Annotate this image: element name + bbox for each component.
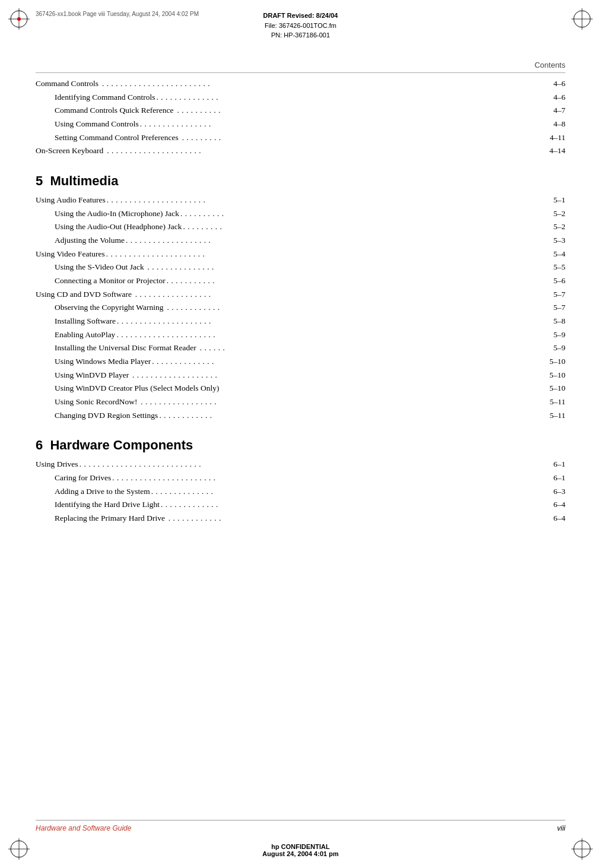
- toc-entry-cd-dvd-sw: Using CD and DVD Software . . . . . . . …: [36, 288, 565, 302]
- page: 367426-xx1.book Page viii Tuesday, Augus…: [0, 0, 601, 868]
- section-label: Contents: [535, 61, 565, 69]
- draft-header: DRAFT Revised: 8/24/04 File: 367426-001T…: [263, 11, 338, 40]
- toc-entry-hd-light: Identifying the Hard Drive Light . . . .…: [36, 498, 565, 512]
- footer-right: viii: [557, 824, 565, 832]
- toc-entry-replace-hd: Replacing the Primary Hard Drive . . . .…: [36, 512, 565, 525]
- toc-entry-copyright-warning: Observing the Copyright Warning . . . . …: [36, 301, 565, 315]
- svg-point-3: [17, 17, 21, 21]
- toc-group-3: Using Drives . . . . . . . . . . . . . .…: [36, 458, 565, 525]
- toc-entry-svideo-jack: Using the S-Video Out Jack . . . . . . .…: [36, 261, 565, 274]
- chapter-6-number: 6: [36, 438, 43, 452]
- toc-entry-adding-drive: Adding a Drive to the System . . . . . .…: [36, 485, 565, 499]
- chapter-5-number: 5: [36, 173, 43, 188]
- toc-entry-audio-out-jack: Using the Audio-Out (Headphone) Jack . .…: [36, 220, 565, 234]
- toc-entry-setting-cmd-pref: Setting Command Control Preferences . . …: [36, 131, 565, 145]
- footer: Hardware and Software Guide viii: [36, 820, 565, 832]
- toc-entry-dvd-region: Changing DVD Region Settings . . . . . .…: [36, 409, 565, 423]
- chapter-5-heading: 5 Multimedia: [36, 173, 565, 189]
- toc-entry-onscreen-kbd: On-Screen Keyboard . . . . . . . . . . .…: [36, 144, 565, 158]
- toc-entry-monitor-projector: Connecting a Monitor or Projector . . . …: [36, 274, 565, 288]
- draft-line: DRAFT Revised: 8/24/04: [263, 11, 338, 21]
- toc-entry-using-cmd: Using Command Controls . . . . . . . . .…: [36, 118, 565, 131]
- toc-entry-using-drives: Using Drives . . . . . . . . . . . . . .…: [36, 458, 565, 471]
- footer-confidential: hp CONFIDENTIAL: [262, 843, 338, 850]
- toc-entry-audio-features: Using Audio Features . . . . . . . . . .…: [36, 194, 565, 207]
- toc-entry-cmd-quick-ref: Command Controls Quick Reference . . . .…: [36, 104, 565, 118]
- toc-container: Command Controls . . . . . . . . . . . .…: [36, 77, 565, 525]
- pn-line: PN: HP-367186-001: [263, 30, 338, 40]
- toc-entry-windvd-player: Using WinDVD Player . . . . . . . . . . …: [36, 369, 565, 382]
- toc-entry-udf-reader: Installing the Universal Disc Format Rea…: [36, 341, 565, 355]
- toc-entry-command-controls: Command Controls . . . . . . . . . . . .…: [36, 77, 565, 91]
- corner-mark-tl: [8, 8, 30, 30]
- toc-entry-audio-in-jack: Using the Audio-In (Microphone) Jack . .…: [36, 207, 565, 221]
- file-line: File: 367426-001TOC.fm: [263, 21, 338, 31]
- toc-entry-identifying-cmd: Identifying Command Controls . . . . . .…: [36, 91, 565, 104]
- corner-mark-tr: [571, 8, 593, 30]
- footer-center: hp CONFIDENTIAL August 24, 2004 4:01 pm: [262, 843, 338, 857]
- chapter-6-title: Hardware Components: [50, 438, 193, 452]
- toc-entry-caring-drives: Caring for Drives . . . . . . . . . . . …: [36, 471, 565, 485]
- toc-group-1: Command Controls . . . . . . . . . . . .…: [36, 77, 565, 158]
- chapter-5-title: Multimedia: [50, 173, 118, 188]
- toc-group-2: Using Audio Features . . . . . . . . . .…: [36, 194, 565, 422]
- toc-entry-windvd-creator: Using WinDVD Creator Plus (Select Models…: [36, 382, 565, 395]
- corner-mark-br: [571, 838, 593, 860]
- toc-entry-sonic-recordnow: Using Sonic RecordNow! . . . . . . . . .…: [36, 395, 565, 409]
- toc-entry-video-features: Using Video Features . . . . . . . . . .…: [36, 248, 565, 261]
- toc-entry-wmp: Using Windows Media Player . . . . . . .…: [36, 355, 565, 369]
- toc-entry-adjusting-volume: Adjusting the Volume . . . . . . . . . .…: [36, 234, 565, 248]
- chapter-6-heading: 6 Hardware Components: [36, 438, 565, 453]
- toc-entry-autoplay: Enabling AutoPlay . . . . . . . . . . . …: [36, 328, 565, 342]
- toc-entry-installing-sw: Installing Software . . . . . . . . . . …: [36, 315, 565, 328]
- footer-date: August 24, 2004 4:01 pm: [262, 850, 338, 857]
- book-ref-label: 367426-xx1.book Page viii Tuesday, Augus…: [36, 11, 199, 17]
- footer-left: Hardware and Software Guide: [36, 824, 131, 832]
- corner-mark-bl: [8, 838, 30, 860]
